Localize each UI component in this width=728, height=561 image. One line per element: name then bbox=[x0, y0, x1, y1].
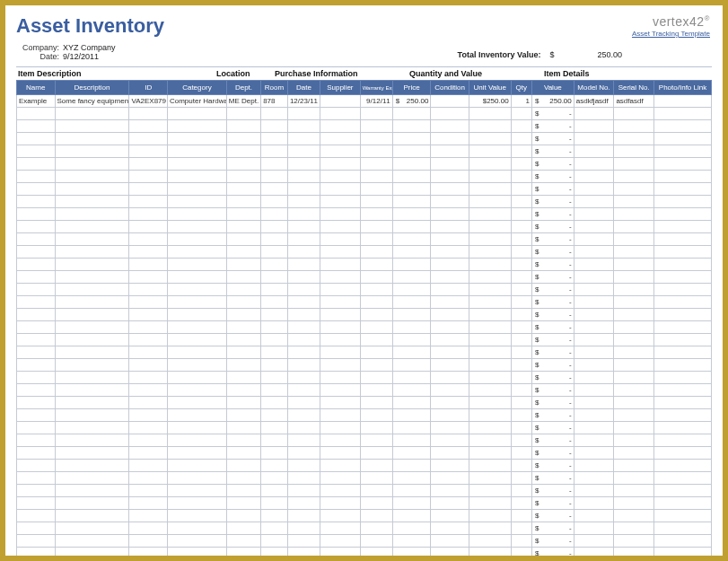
cell bbox=[287, 548, 320, 557]
cell bbox=[431, 158, 469, 171]
cell bbox=[55, 409, 129, 422]
cell bbox=[469, 460, 511, 472]
cell bbox=[55, 120, 129, 133]
cell bbox=[574, 497, 614, 510]
cell bbox=[55, 259, 129, 271]
cell bbox=[614, 296, 654, 309]
cell bbox=[511, 535, 531, 548]
cell bbox=[129, 145, 168, 158]
cell bbox=[287, 522, 320, 535]
cell bbox=[129, 208, 168, 221]
cell bbox=[574, 171, 614, 183]
cell bbox=[167, 497, 226, 510]
cell bbox=[167, 397, 226, 409]
cell bbox=[360, 460, 392, 472]
cell bbox=[17, 309, 56, 321]
cell bbox=[55, 334, 129, 346]
currency-cell: $- bbox=[531, 284, 574, 296]
cell bbox=[431, 510, 469, 522]
date-label: Date: bbox=[16, 52, 59, 61]
cell bbox=[167, 447, 226, 460]
cell bbox=[55, 548, 129, 557]
cell bbox=[360, 334, 392, 346]
cell bbox=[17, 397, 56, 409]
cell bbox=[129, 497, 168, 510]
cell bbox=[469, 485, 511, 497]
cell bbox=[469, 384, 511, 397]
cell bbox=[469, 183, 511, 196]
cell bbox=[226, 522, 260, 535]
meta-right: Total Inventory Value: $ 250.00 bbox=[339, 43, 712, 59]
currency-cell: $- bbox=[531, 372, 574, 384]
cell bbox=[167, 472, 226, 485]
cell bbox=[167, 158, 226, 171]
cell bbox=[574, 372, 614, 384]
cell bbox=[654, 259, 712, 271]
table-row: $- bbox=[17, 422, 712, 434]
cell bbox=[614, 397, 654, 409]
cell bbox=[226, 397, 260, 409]
cell bbox=[431, 309, 469, 321]
cell bbox=[574, 434, 614, 447]
cell bbox=[574, 472, 614, 485]
cell bbox=[129, 321, 168, 334]
cell bbox=[55, 497, 129, 510]
table-row: $- bbox=[17, 522, 712, 535]
cell bbox=[226, 535, 260, 548]
group-item-description: Item Description bbox=[16, 67, 215, 80]
cell bbox=[129, 510, 168, 522]
cell bbox=[167, 108, 226, 120]
cell bbox=[654, 95, 712, 108]
cell bbox=[614, 522, 654, 535]
cell bbox=[287, 447, 320, 460]
cell bbox=[55, 510, 129, 522]
cell bbox=[431, 409, 469, 422]
cell bbox=[287, 346, 320, 359]
cell bbox=[654, 108, 712, 120]
currency-cell: $- bbox=[531, 548, 574, 557]
cell bbox=[129, 409, 168, 422]
col-warranty: Warranty Expiration bbox=[360, 81, 392, 95]
cell bbox=[574, 221, 614, 233]
cell bbox=[614, 284, 654, 296]
cell bbox=[129, 296, 168, 309]
table-row: $- bbox=[17, 233, 712, 246]
cell bbox=[167, 372, 226, 384]
cell bbox=[55, 346, 129, 359]
cell bbox=[469, 171, 511, 183]
cell bbox=[167, 384, 226, 397]
meta-left: Company:XYZ Company Date:9/12/2011 bbox=[16, 43, 339, 61]
cell bbox=[261, 284, 288, 296]
table-row: $- bbox=[17, 460, 712, 472]
currency-cell: $- bbox=[531, 145, 574, 158]
cell bbox=[431, 346, 469, 359]
total-inventory-value: 250.00 bbox=[568, 50, 622, 59]
cell bbox=[392, 346, 431, 359]
template-link[interactable]: Asset Tracking Template bbox=[632, 30, 710, 38]
cell bbox=[654, 171, 712, 183]
cell bbox=[511, 485, 531, 497]
cell bbox=[287, 208, 320, 221]
cell bbox=[614, 434, 654, 447]
cell bbox=[469, 233, 511, 246]
cell bbox=[654, 397, 712, 409]
currency-cell: $- bbox=[531, 485, 574, 497]
cell bbox=[574, 284, 614, 296]
table-body: ExampleSome fancy equipmentVA2EX879Compu… bbox=[17, 95, 712, 557]
cell bbox=[431, 120, 469, 133]
cell bbox=[261, 183, 288, 196]
currency-cell: $- bbox=[531, 522, 574, 535]
cell bbox=[392, 196, 431, 208]
cell bbox=[287, 284, 320, 296]
cell bbox=[167, 246, 226, 259]
cell bbox=[360, 447, 392, 460]
cell bbox=[392, 171, 431, 183]
cell bbox=[226, 120, 260, 133]
cell bbox=[129, 434, 168, 447]
cell bbox=[261, 158, 288, 171]
cell bbox=[614, 196, 654, 208]
cell bbox=[226, 346, 260, 359]
col-name: Name bbox=[17, 81, 56, 95]
cell bbox=[654, 460, 712, 472]
cell bbox=[469, 196, 511, 208]
